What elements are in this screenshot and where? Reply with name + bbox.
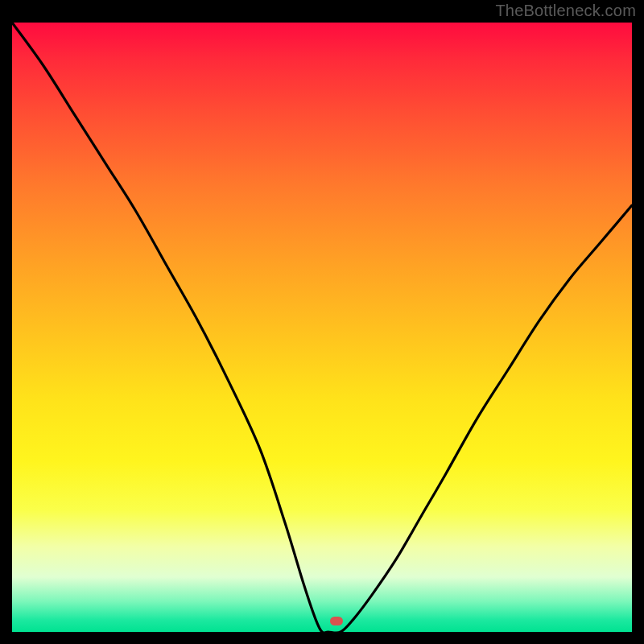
watermark-text: TheBottleneck.com — [495, 2, 636, 20]
plot-area — [12, 23, 632, 632]
optimal-point-marker — [330, 617, 343, 625]
chart-frame: TheBottleneck.com — [0, 0, 644, 644]
curve-path — [12, 23, 632, 632]
bottleneck-curve — [12, 23, 632, 632]
